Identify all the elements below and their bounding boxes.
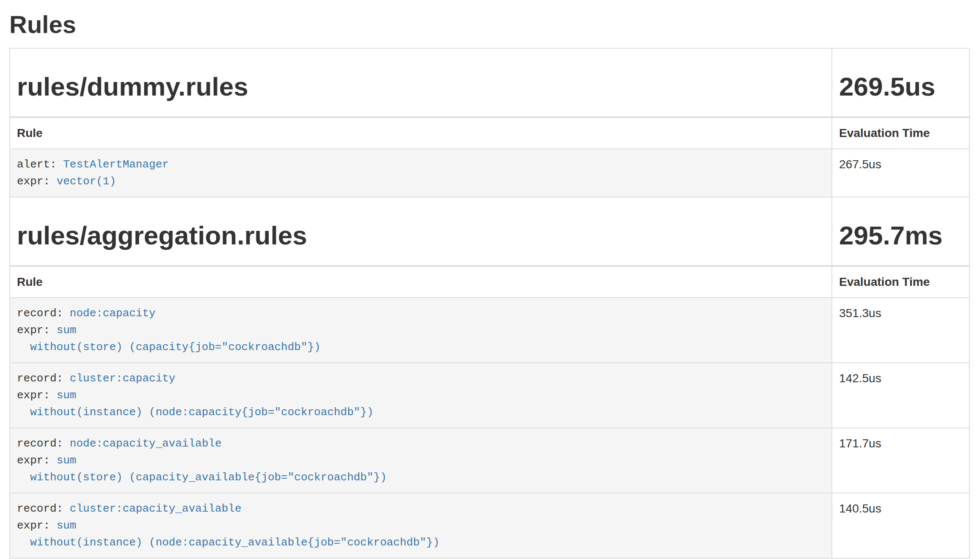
rule-row: record: cluster:capacity expr: sum witho…	[10, 363, 969, 428]
rule-name-link[interactable]: TestAlertManager	[63, 158, 169, 171]
group-evaluation-time: 295.7ms	[839, 221, 962, 250]
rule-group-time-cell: 269.5us	[832, 48, 969, 117]
rule-keyword: record:	[17, 307, 63, 320]
rule-group-header-row: rules/dummy.rules 269.5us	[10, 48, 969, 117]
rule-keyword: record:	[17, 437, 63, 450]
rule-keyword: expr:	[17, 519, 50, 532]
rule-cell: record: node:capacity_available expr: su…	[10, 428, 832, 493]
rule-evaluation-time: 140.5us	[832, 493, 969, 558]
group-evaluation-time: 269.5us	[839, 72, 962, 101]
rule-group-file-cell: rules/aggregation.rules	[10, 197, 832, 266]
rule-row: record: node:capacity expr: sum without(…	[10, 298, 969, 363]
rule-cell: record: cluster:capacity expr: sum witho…	[10, 363, 832, 428]
rule-evaluation-time: 142.5us	[832, 363, 969, 428]
rule-group-header-row: rules/aggregation.rules 295.7ms	[10, 197, 969, 266]
column-header-row: Rule Evaluation Time	[10, 117, 969, 149]
rule-name-link[interactable]: node:capacity	[70, 307, 156, 320]
rule-code: record: node:capacity expr: sum without(…	[17, 305, 825, 356]
column-header-row: Rule Evaluation Time	[10, 266, 969, 298]
rule-code: alert: TestAlertManager expr: vector(1)	[17, 156, 825, 190]
rule-expr-link[interactable]: sum without(store) (capacity{job="cockro…	[17, 324, 321, 353]
rule-expr-link[interactable]: sum without(instance) (node:capacity_ava…	[17, 519, 440, 549]
rule-keyword: record:	[17, 372, 63, 385]
rule-evaluation-time: 267.5us	[832, 149, 969, 197]
rule-evaluation-time: 171.7us	[832, 428, 969, 493]
rule-cell: record: node:capacity expr: sum without(…	[10, 298, 832, 363]
rule-cell: record: cluster:capacity_available expr:…	[10, 493, 832, 558]
evaluation-time-column-header: Evaluation Time	[832, 117, 969, 149]
rule-expr-link[interactable]: sum without(store) (capacity_available{j…	[17, 454, 387, 484]
rule-evaluation-time: 351.3us	[832, 298, 969, 363]
rules-page: Rules rules/dummy.rules 269.5us Rule Eva…	[0, 0, 980, 559]
rule-keyword: expr:	[17, 454, 50, 467]
page-title: Rules	[9, 11, 971, 38]
rule-column-header: Rule	[10, 266, 832, 298]
rule-expr-link[interactable]: vector(1)	[57, 175, 116, 188]
rule-file-heading: rules/dummy.rules	[17, 72, 825, 101]
rule-code: record: cluster:capacity expr: sum witho…	[17, 370, 825, 421]
evaluation-time-column-header: Evaluation Time	[832, 266, 969, 298]
rule-file-heading: rules/aggregation.rules	[17, 221, 825, 250]
rules-table-body: rules/dummy.rules 269.5us Rule Evaluatio…	[10, 48, 969, 558]
rule-keyword: expr:	[17, 324, 50, 337]
rule-name-link[interactable]: node:capacity_available	[70, 437, 222, 450]
rule-name-link[interactable]: cluster:capacity	[70, 372, 176, 385]
rule-keyword: expr:	[17, 389, 50, 402]
rule-cell: alert: TestAlertManager expr: vector(1)	[10, 149, 832, 197]
rule-name-link[interactable]: cluster:capacity_available	[70, 502, 242, 515]
rule-group-file-cell: rules/dummy.rules	[10, 48, 832, 117]
rule-code: record: cluster:capacity_available expr:…	[17, 500, 825, 551]
rule-keyword: alert:	[17, 158, 57, 171]
rule-expr-link[interactable]: sum without(instance) (node:capacity{job…	[17, 389, 374, 419]
rule-row: record: node:capacity_available expr: su…	[10, 428, 969, 493]
rule-column-header: Rule	[10, 117, 832, 149]
rules-table: rules/dummy.rules 269.5us Rule Evaluatio…	[9, 48, 970, 559]
rule-group-time-cell: 295.7ms	[832, 197, 969, 266]
rule-keyword: expr:	[17, 175, 50, 188]
rule-keyword: record:	[17, 502, 63, 515]
rule-row: record: cluster:capacity_available expr:…	[10, 493, 969, 558]
rule-row: alert: TestAlertManager expr: vector(1) …	[10, 149, 969, 197]
rule-code: record: node:capacity_available expr: su…	[17, 435, 825, 486]
